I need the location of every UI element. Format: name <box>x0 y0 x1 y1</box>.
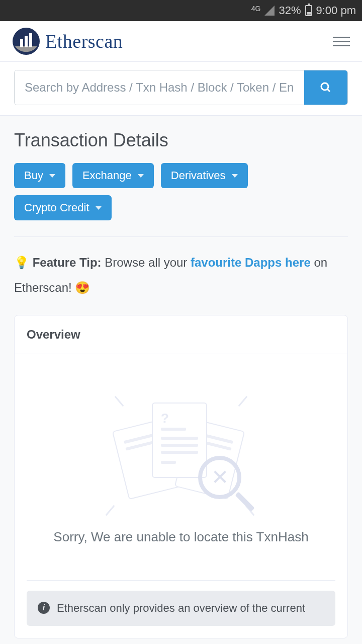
search-button[interactable] <box>304 70 347 105</box>
tip-pre: Browse all your <box>105 256 187 269</box>
chevron-down-icon <box>49 174 55 178</box>
search-input[interactable] <box>15 70 304 105</box>
pill-label: Derivatives <box>171 169 226 182</box>
svg-rect-3 <box>29 33 32 47</box>
page-title: Transaction Details <box>14 130 348 151</box>
svg-point-4 <box>321 83 328 90</box>
menu-button[interactable] <box>333 37 350 46</box>
not-found-illustration: ? ✕ <box>116 398 246 509</box>
magnifier-x-icon: ✕ <box>198 456 241 499</box>
divider <box>14 236 348 237</box>
pill-exchange[interactable]: Exchange <box>72 163 154 188</box>
card-header: Overview <box>15 315 347 354</box>
pill-buy[interactable]: Buy <box>14 163 65 188</box>
emoji-icon: 😍 <box>75 281 90 294</box>
svg-line-5 <box>327 89 330 92</box>
pill-label: Buy <box>24 169 43 182</box>
battery-percent: 32% <box>279 4 301 17</box>
svg-rect-2 <box>25 36 28 47</box>
chevron-down-icon <box>232 174 238 178</box>
footnote-text: Etherscan only provides an overview of t… <box>57 602 305 615</box>
pill-crypto-credit[interactable]: Crypto Credit <box>14 195 112 220</box>
feature-tip: 💡 Feature Tip: Browse all your favourite… <box>14 250 348 301</box>
android-status-bar: 4G 32% 9:00 pm <box>0 0 362 21</box>
network-indicator: 4G <box>251 5 261 13</box>
chevron-down-icon <box>138 174 144 178</box>
empty-state-text: Sorry, We are unable to locate this TxnH… <box>27 529 335 545</box>
footnote-box: i Etherscan only provides an overview of… <box>27 591 335 626</box>
search-bar <box>0 62 362 116</box>
tip-label: Feature Tip: <box>33 256 102 269</box>
info-icon: i <box>38 602 50 614</box>
pill-label: Crypto Credit <box>24 201 89 214</box>
overview-card: Overview ? ✕ Sorry, We are unable to loc… <box>14 315 348 638</box>
brand-name: Etherscan <box>45 30 123 52</box>
signal-icon <box>264 6 275 16</box>
pill-label: Exchange <box>82 169 132 182</box>
tip-link[interactable]: favourite Dapps here <box>191 256 311 269</box>
app-header: Etherscan <box>0 21 362 62</box>
action-pills: Buy Exchange Derivatives Crypto Credit <box>14 163 348 220</box>
chevron-down-icon <box>96 206 102 210</box>
divider <box>27 580 335 581</box>
svg-rect-1 <box>20 39 23 47</box>
search-icon <box>320 82 332 94</box>
battery-icon <box>305 5 312 16</box>
status-time: 9:00 pm <box>316 4 356 17</box>
bulb-icon: 💡 <box>14 256 29 269</box>
brand-logo[interactable]: Etherscan <box>12 27 123 55</box>
pill-derivatives[interactable]: Derivatives <box>161 163 248 188</box>
etherscan-logo-icon <box>12 27 40 55</box>
